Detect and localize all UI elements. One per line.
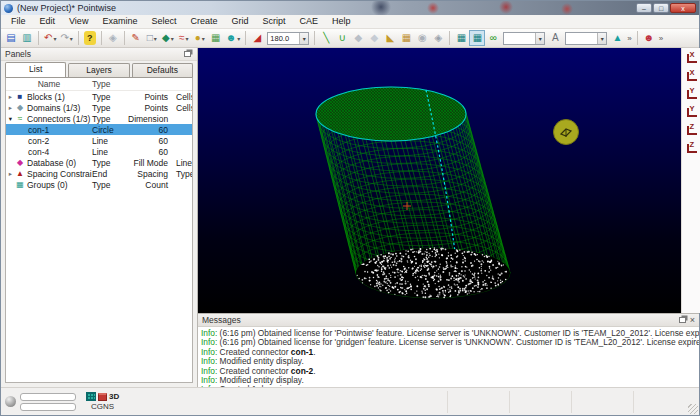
tree-row-con-2[interactable]: con-2Line60 bbox=[6, 135, 192, 146]
spacing-combo[interactable]: ▾ bbox=[565, 32, 607, 45]
label-dimension-button[interactable]: A bbox=[547, 30, 563, 46]
tree-expander-icon[interactable]: ▸ bbox=[6, 170, 15, 178]
menu-file[interactable]: File bbox=[4, 15, 33, 28]
menu-script[interactable]: Script bbox=[255, 15, 292, 28]
cube-tool-icon: □ bbox=[147, 31, 153, 45]
connector-tool-button[interactable]: ≈▾ bbox=[176, 30, 192, 46]
dropdown-arrow-icon[interactable]: ▾ bbox=[171, 35, 174, 42]
menu-help[interactable]: Help bbox=[325, 15, 358, 28]
domain-tool-button[interactable]: ◆▾ bbox=[160, 30, 176, 46]
tree-entity-name: Domains (1/3) bbox=[27, 103, 80, 113]
view-plus-y-button[interactable]: Y bbox=[684, 86, 700, 103]
cube-tool-button[interactable]: □▾ bbox=[144, 30, 160, 46]
dimension-button[interactable]: ∞ bbox=[485, 30, 501, 46]
dropdown-arrow-icon[interactable]: ▾ bbox=[154, 35, 157, 42]
tab-defaults[interactable]: Defaults bbox=[132, 63, 193, 77]
menu-view[interactable]: View bbox=[62, 15, 95, 28]
messages-close-icon[interactable]: × bbox=[690, 316, 695, 325]
toolbar-overflow-1[interactable]: » bbox=[625, 34, 633, 43]
tree-col-type: Type bbox=[92, 103, 128, 113]
tree-expander-icon[interactable]: ▾ bbox=[6, 115, 15, 123]
open-button[interactable]: ▥ bbox=[19, 30, 35, 46]
wedge-button[interactable]: ◣ bbox=[382, 30, 398, 46]
messages-log[interactable]: Info: (6:16 pm) Obtained license for 'Po… bbox=[198, 327, 699, 387]
save-button[interactable]: ▤ bbox=[3, 30, 19, 46]
tree-row-spacing-constrai[interactable]: ▸▲Spacing Constrai...EndSpacingType bbox=[6, 168, 192, 179]
extrude-button[interactable]: ▲ bbox=[609, 30, 625, 46]
tree-col-type: Type bbox=[92, 180, 128, 190]
tree-entity-name: con-4 bbox=[28, 147, 49, 157]
view-minus-y-button[interactable]: Y bbox=[684, 104, 700, 121]
toolbar-separator bbox=[449, 31, 450, 45]
tree-expander-icon[interactable]: ▸ bbox=[6, 93, 15, 101]
redo-button[interactable]: ↷▾ bbox=[58, 30, 74, 46]
tree-row-database-0[interactable]: ◆Database (0)TypeFill ModeLine ... bbox=[6, 157, 192, 168]
brick-button[interactable]: ▦ bbox=[398, 30, 414, 46]
tree-row-con-1[interactable]: con-1Circle60 bbox=[6, 124, 192, 135]
line-curve-button[interactable]: ╲ bbox=[318, 30, 334, 46]
rotation-angle-combo[interactable]: 180.0▾ bbox=[267, 32, 309, 45]
menu-grid[interactable]: Grid bbox=[224, 15, 255, 28]
tree-col-value: Points bbox=[128, 92, 172, 102]
panels-float-icon[interactable] bbox=[184, 51, 191, 57]
combo-dropdown-icon[interactable]: ▾ bbox=[535, 33, 544, 44]
sphere-grey-button[interactable]: ◉ bbox=[414, 30, 430, 46]
status-field-2 bbox=[20, 403, 76, 411]
view-plus-z-button[interactable]: Z bbox=[684, 122, 700, 139]
menu-examine[interactable]: Examine bbox=[95, 15, 144, 28]
arc-curve-button[interactable]: ∪ bbox=[334, 30, 350, 46]
mask-tool-button[interactable]: ☻▾ bbox=[224, 30, 243, 46]
help-icon: ? bbox=[84, 31, 96, 45]
dropdown-arrow-icon[interactable]: ▾ bbox=[237, 35, 240, 42]
menu-select[interactable]: Select bbox=[144, 15, 183, 28]
tree-row-blocks-1[interactable]: ▸■Blocks (1)TypePointsCells bbox=[6, 91, 192, 102]
dropdown-arrow-icon[interactable]: ▾ bbox=[202, 35, 205, 42]
dropdown-arrow-icon[interactable]: ▾ bbox=[186, 35, 189, 42]
menu-create[interactable]: Create bbox=[183, 15, 224, 28]
tab-layers[interactable]: Layers bbox=[68, 63, 129, 77]
minimize-button[interactable]: – bbox=[636, 3, 652, 13]
wedge-grey-button[interactable]: ◈ bbox=[430, 30, 446, 46]
combo-dropdown-icon[interactable]: ▾ bbox=[597, 33, 606, 44]
tree-row-connectors-1-3[interactable]: ▾≈Connectors (1/3)TypeDimension bbox=[6, 113, 192, 124]
dimension-label: 3D bbox=[109, 392, 119, 401]
arc-curve-icon: ∪ bbox=[339, 31, 346, 45]
dropdown-arrow-icon[interactable]: ▾ bbox=[53, 35, 56, 42]
paint-button[interactable]: ✎ bbox=[128, 30, 144, 46]
window-resize-grip[interactable] bbox=[688, 404, 698, 414]
view-plus-x-button[interactable]: X bbox=[684, 50, 700, 67]
dimension-combo[interactable]: ▾ bbox=[503, 32, 545, 45]
structured-grid-button[interactable]: ▦ bbox=[453, 30, 469, 46]
toolbar-overflow-2[interactable]: » bbox=[657, 34, 665, 43]
tab-list[interactable]: List bbox=[5, 62, 66, 77]
tree-row-groups-0[interactable]: ▦Groups (0)TypeCount bbox=[6, 179, 192, 190]
surface-button-2[interactable]: ◆ bbox=[366, 30, 382, 46]
display-viewport[interactable] bbox=[198, 48, 681, 313]
maximize-button[interactable]: □ bbox=[653, 3, 669, 13]
tree-header-type: Type bbox=[92, 79, 128, 90]
tree-expander-icon[interactable]: ▸ bbox=[6, 104, 15, 112]
dropdown-arrow-icon[interactable]: ▾ bbox=[70, 35, 73, 42]
messages-float-icon[interactable] bbox=[679, 317, 686, 323]
render-style-button[interactable]: ◈ bbox=[105, 30, 121, 46]
surface-button-1[interactable]: ◆ bbox=[350, 30, 366, 46]
axis-z-icon: Z bbox=[687, 126, 697, 135]
unstructured-grid-button[interactable]: ▦ bbox=[469, 30, 485, 46]
menu-cae[interactable]: CAE bbox=[292, 15, 325, 28]
surface-2-icon: ◆ bbox=[371, 31, 379, 45]
sphere-tool-button[interactable]: ●▾ bbox=[192, 30, 208, 46]
help-button[interactable]: ? bbox=[82, 30, 98, 46]
view-minus-z-button[interactable]: Z bbox=[684, 140, 700, 157]
tree-entity-icon: ▲ bbox=[15, 169, 25, 178]
tree-row-domains-1-3[interactable]: ▸◆Domains (1/3)TypePointsCells bbox=[6, 102, 192, 113]
close-button[interactable]: x bbox=[670, 3, 696, 13]
combo-dropdown-icon[interactable]: ▾ bbox=[299, 33, 308, 44]
image-tool-button[interactable]: ▦ bbox=[208, 30, 224, 46]
rotation-angle-icon[interactable]: ◢ bbox=[249, 30, 265, 46]
view-minus-x-button[interactable]: X bbox=[684, 68, 700, 85]
tree-row-con-4[interactable]: con-4Line60 bbox=[6, 146, 192, 157]
title-bar[interactable]: (New Project)* Pointwise – □ x bbox=[1, 1, 699, 15]
undo-button[interactable]: ↶▾ bbox=[42, 30, 58, 46]
cae-mask-button[interactable]: ☻ bbox=[641, 30, 657, 46]
menu-edit[interactable]: Edit bbox=[33, 15, 63, 28]
